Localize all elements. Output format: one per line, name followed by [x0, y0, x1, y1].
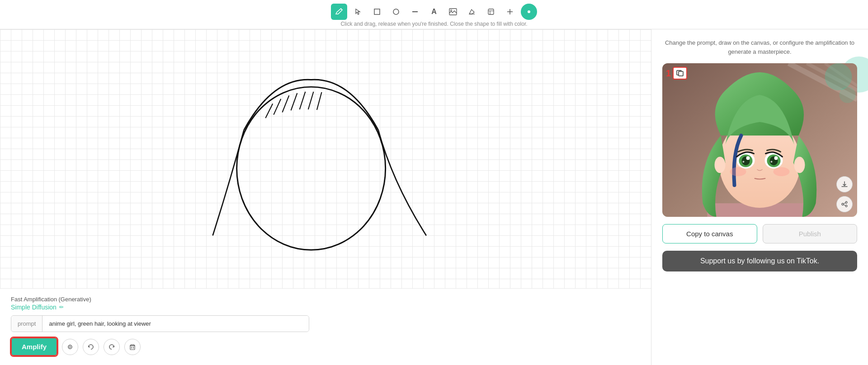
image-tool-button[interactable]: [445, 4, 461, 20]
publish-button: Publish: [763, 224, 858, 243]
eraser-tool-button[interactable]: [464, 4, 480, 20]
rectangle-tool-button[interactable]: [369, 4, 385, 20]
action-row: Amplify: [11, 337, 640, 356]
svg-point-46: [774, 156, 778, 160]
text-tool-icon: A: [431, 8, 437, 16]
toolbar: A: [0, 0, 868, 29]
svg-point-1: [393, 9, 399, 14]
svg-rect-0: [374, 9, 380, 14]
svg-point-32: [825, 63, 852, 90]
svg-point-4: [451, 10, 452, 11]
svg-point-54: [842, 203, 844, 205]
layers-tool-button[interactable]: [483, 4, 499, 20]
circle-tool-button[interactable]: [388, 4, 404, 20]
bottom-panel: Fast Amplification (Generative) Simple D…: [0, 288, 651, 365]
svg-line-16: [282, 95, 289, 112]
svg-rect-6: [488, 9, 494, 14]
right-panel: Change the prompt, draw on the canvas, o…: [651, 29, 868, 365]
redo-button[interactable]: [104, 339, 120, 355]
prompt-input[interactable]: [42, 316, 309, 332]
generated-image-container: 1: [662, 63, 857, 217]
brush-settings-button[interactable]: [62, 339, 78, 355]
svg-rect-27: [679, 71, 683, 76]
svg-point-52: [845, 201, 847, 203]
edit-model-icon[interactable]: ✏: [59, 304, 64, 310]
undo-button[interactable]: [83, 339, 99, 355]
canvas-area[interactable]: Fast Amplification (Generative) Simple D…: [0, 29, 651, 365]
svg-point-50: [715, 157, 726, 173]
anime-image: [662, 63, 857, 217]
download-image-button[interactable]: [836, 176, 853, 192]
main-content: Fast Amplification (Generative) Simple D…: [0, 29, 868, 365]
simple-diffusion-label[interactable]: Simple Diffusion ✏: [11, 304, 640, 311]
svg-line-55: [844, 203, 845, 204]
svg-point-33: [840, 87, 856, 103]
svg-point-22: [70, 346, 71, 347]
toolbar-hint: Click and drag, release when you're fini…: [340, 21, 527, 27]
copy-to-canvas-button[interactable]: Copy to canvas: [662, 224, 757, 243]
image-action-buttons: [836, 176, 853, 212]
svg-line-56: [844, 205, 845, 206]
svg-point-41: [746, 156, 750, 160]
svg-point-49: [774, 167, 790, 176]
svg-line-14: [265, 104, 273, 118]
select-tool-button[interactable]: [350, 4, 366, 20]
svg-point-13: [237, 87, 386, 250]
svg-line-15: [274, 99, 281, 115]
svg-rect-23: [130, 346, 135, 350]
clear-canvas-button[interactable]: [124, 339, 141, 355]
amplify-button[interactable]: Amplify: [11, 337, 57, 356]
copy-publish-row: Copy to canvas Publish: [662, 224, 857, 243]
line-tool-button[interactable]: [407, 4, 423, 20]
copy-icon-badge[interactable]: [673, 67, 687, 80]
text-tool-button[interactable]: A: [426, 4, 442, 20]
svg-point-12: [528, 10, 530, 13]
draw-tool-button[interactable]: [331, 4, 347, 20]
fast-amplification-label: Fast Amplification (Generative): [11, 296, 640, 303]
share-image-button[interactable]: [836, 196, 853, 212]
tiktok-banner: Support us by following us on TikTok.: [662, 251, 857, 271]
svg-line-20: [317, 92, 322, 110]
svg-point-53: [845, 205, 847, 207]
svg-line-18: [300, 92, 306, 109]
svg-line-17: [291, 93, 297, 110]
svg-point-51: [794, 157, 805, 173]
cursor-tool-button[interactable]: [502, 4, 518, 20]
svg-point-42: [743, 161, 745, 163]
right-panel-hint: Change the prompt, draw on the canvas, o…: [662, 38, 857, 56]
color-tool-button[interactable]: [521, 4, 537, 20]
svg-point-47: [771, 161, 773, 163]
prompt-row: prompt: [11, 315, 309, 332]
svg-point-48: [730, 167, 746, 176]
prompt-label: prompt: [11, 316, 42, 332]
toolbar-icons: A: [331, 4, 537, 20]
image-number-badge: 1: [666, 69, 671, 78]
svg-line-19: [308, 92, 314, 109]
